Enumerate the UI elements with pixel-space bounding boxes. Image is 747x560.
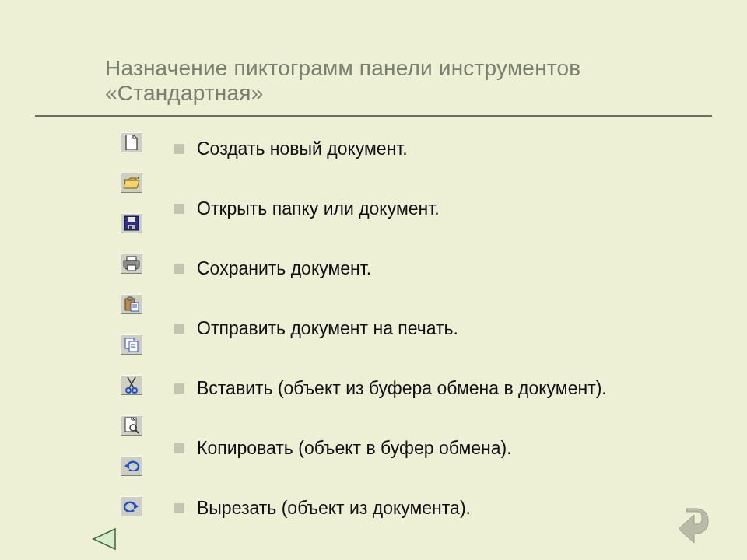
redo-icon xyxy=(121,496,142,516)
list-item-label: Вставить (объект из буфера обмена в доку… xyxy=(197,378,607,399)
list-item-label: Отправить документ на печать. xyxy=(197,318,458,339)
undo-icon xyxy=(121,456,142,476)
save-icon xyxy=(121,213,142,233)
list-item: Вставить (объект из буфера обмена в доку… xyxy=(174,378,700,399)
svg-point-6 xyxy=(136,262,138,264)
svg-rect-1 xyxy=(128,217,135,222)
copy-icon xyxy=(121,334,142,355)
list-item: Отправить документ на печать. xyxy=(174,318,700,339)
print-icon xyxy=(121,254,142,274)
svg-rect-4 xyxy=(127,257,136,261)
title-divider xyxy=(35,115,712,117)
list-item-label: Вырезать (объект из документа). xyxy=(197,498,471,519)
bullet-icon xyxy=(174,443,184,453)
bullet-icon xyxy=(174,503,184,513)
list-item: Создать новый документ. xyxy=(174,138,700,159)
list-item-label: Создать новый документ. xyxy=(197,138,408,159)
list-item-label: Копировать (объект в буфер обмена). xyxy=(197,438,512,459)
bullet-icon xyxy=(174,324,184,334)
print-preview-icon xyxy=(121,415,142,436)
list-item-label: Сохранить документ. xyxy=(197,258,371,279)
slide: Назначение пиктограмм панели инструменто… xyxy=(0,0,747,560)
svg-rect-5 xyxy=(128,265,135,271)
list-item: Сохранить документ. xyxy=(174,258,700,279)
bullet-icon xyxy=(174,264,184,274)
bullet-icon xyxy=(174,144,184,154)
toolbar-icon-column xyxy=(121,132,144,537)
description-list: Создать новый документ. Открыть папку ил… xyxy=(174,138,700,558)
svg-rect-8 xyxy=(128,297,132,300)
list-item: Копировать (объект в буфер обмена). xyxy=(174,438,700,459)
slide-title: Назначение пиктограмм панели инструменто… xyxy=(105,56,700,106)
bullet-icon xyxy=(174,383,184,394)
new-document-icon xyxy=(121,132,142,152)
svg-rect-3 xyxy=(129,226,132,229)
list-item-label: Открыть папку или документ. xyxy=(197,198,440,219)
svg-point-18 xyxy=(126,388,131,393)
open-folder-icon xyxy=(121,173,142,193)
nav-return-button[interactable] xyxy=(669,502,719,544)
bullet-icon xyxy=(174,204,184,214)
paste-icon xyxy=(121,294,142,314)
nav-back-button[interactable] xyxy=(90,527,117,551)
svg-point-19 xyxy=(132,388,137,393)
list-item: Открыть папку или документ. xyxy=(174,198,700,219)
cut-icon xyxy=(121,375,142,395)
list-item: Вырезать (объект из документа). xyxy=(174,498,700,519)
